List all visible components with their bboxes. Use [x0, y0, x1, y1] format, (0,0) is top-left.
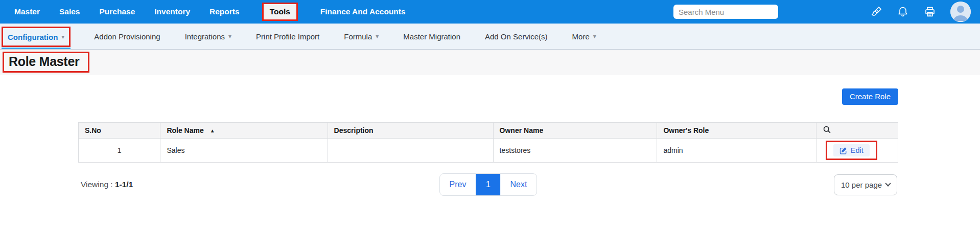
per-page-select[interactable]: 10 per page [834, 174, 897, 195]
page-title-annotation-box: Role Master [3, 52, 89, 73]
top-nav-tools[interactable]: Tools [262, 3, 298, 21]
table-footer: Viewing : 1-1/1 Prev 1 Next 10 per page [78, 173, 898, 196]
subnav-configuration-label: Configuration [8, 33, 58, 41]
column-header-search[interactable] [816, 123, 898, 139]
notifications-bell-icon[interactable] [896, 5, 909, 18]
pagination-prev-button[interactable]: Prev [440, 174, 476, 195]
subnav-print-profile-import[interactable]: Print Profile Import [255, 24, 320, 49]
viewing-value: 1-1/1 [115, 180, 133, 189]
edit-annotation-box: Edit [826, 141, 877, 160]
top-nav-purchase[interactable]: Purchase [99, 7, 135, 16]
subnav-master-migration[interactable]: Master Migration [402, 24, 461, 49]
pagination-page-1[interactable]: 1 [476, 174, 501, 195]
cell-actions: Edit [816, 139, 898, 163]
page-title: Role Master [9, 54, 79, 69]
cell-owner-role: admin [657, 139, 816, 163]
top-nav-master[interactable]: Master [14, 7, 40, 16]
create-role-button[interactable]: Create Role [842, 88, 898, 105]
top-nav-reports[interactable]: Reports [209, 7, 240, 16]
chevron-down-icon: ▾ [61, 33, 64, 40]
top-nav-menu: Master Sales Purchase Inventory Reports … [14, 3, 406, 21]
cell-description [328, 139, 493, 163]
table-header-row: S.No Role Name ▲ Description Owner Name … [79, 123, 898, 139]
top-nav-finance-and-accounts[interactable]: Finance And Accounts [320, 7, 406, 16]
role-master-content: Create Role S.No Role Name ▲ Description… [78, 88, 898, 196]
subnav-addon-provisioning[interactable]: Addon Provisioning [93, 24, 161, 49]
edit-role-button[interactable]: Edit [833, 144, 870, 156]
actions-row: Create Role [78, 88, 898, 105]
edit-label: Edit [851, 146, 864, 154]
column-header-role-name-label: Role Name [167, 126, 203, 134]
cell-sno: 1 [79, 139, 160, 163]
chevron-down-icon [885, 181, 891, 186]
subnav-master-migration-label: Master Migration [403, 32, 460, 41]
subnav-add-on-services-label: Add On Service(s) [485, 32, 548, 41]
user-avatar[interactable] [950, 2, 971, 22]
search-menu-input[interactable] [673, 5, 778, 19]
viewing-label: Viewing : [81, 180, 113, 189]
edit-pencil-icon [839, 147, 847, 154]
top-nav-sales[interactable]: Sales [59, 7, 80, 16]
chevron-down-icon: ▾ [376, 33, 379, 40]
per-page-value: 10 per page [841, 181, 882, 189]
column-header-description[interactable]: Description [328, 123, 493, 139]
chevron-down-icon: ▾ [228, 33, 231, 40]
pagination-next-button[interactable]: Next [501, 174, 537, 195]
chevron-down-icon: ▾ [593, 33, 596, 40]
roles-table: S.No Role Name ▲ Description Owner Name … [78, 122, 898, 163]
subnav-more[interactable]: More ▾ [571, 24, 597, 49]
search-icon [823, 125, 831, 134]
subnav-print-profile-import-label: Print Profile Import [256, 32, 319, 41]
column-header-owner-role[interactable]: Owner's Role [657, 123, 816, 139]
top-nav-inventory[interactable]: Inventory [154, 7, 190, 16]
topbar-icons [869, 2, 971, 22]
pagination: Prev 1 Next [439, 173, 538, 196]
subnav-formula-label: Formula [344, 32, 372, 41]
column-header-owner-name[interactable]: Owner Name [493, 123, 657, 139]
subnav-integrations-label: Integrations [185, 32, 225, 41]
topbar-right-section [673, 2, 971, 22]
subnav-configuration[interactable]: Configuration ▾ [2, 27, 71, 47]
subnav-integrations[interactable]: Integrations ▾ [184, 24, 232, 49]
subnav-formula[interactable]: Formula ▾ [343, 24, 380, 49]
subnav-addon-provisioning-label: Addon Provisioning [94, 32, 160, 41]
top-navigation-bar: Master Sales Purchase Inventory Reports … [0, 0, 980, 24]
subnav-add-on-services[interactable]: Add On Service(s) [484, 24, 549, 49]
cell-owner-name: teststores [493, 139, 657, 163]
subnav-more-label: More [572, 32, 590, 41]
viewing-count: Viewing : 1-1/1 [81, 180, 133, 189]
table-row: 1 Sales teststores admin Edit [79, 139, 898, 163]
column-header-role-name[interactable]: Role Name ▲ [160, 123, 328, 139]
tools-sub-navigation: Configuration ▾ Addon Provisioning Integ… [0, 24, 980, 50]
sort-ascending-icon[interactable]: ▲ [210, 128, 215, 133]
column-header-sno[interactable]: S.No [79, 123, 160, 139]
cell-role-name: Sales [160, 139, 328, 163]
paint-brush-icon[interactable] [869, 5, 882, 18]
page-header-band: Role Master [0, 50, 980, 75]
printer-icon[interactable] [923, 5, 937, 18]
